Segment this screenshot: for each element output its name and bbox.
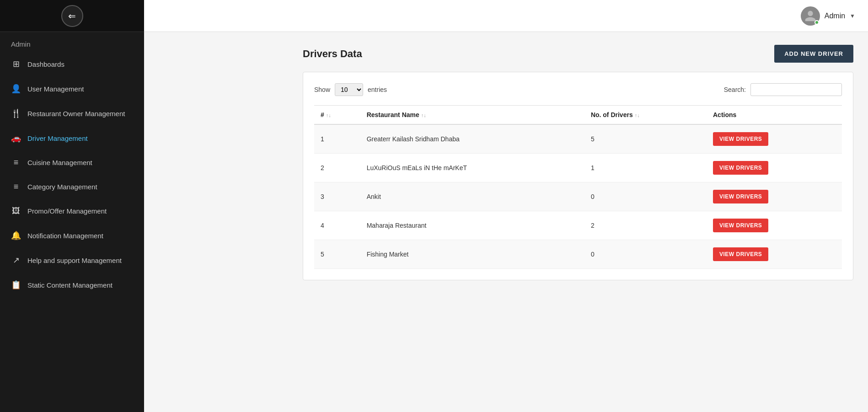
- sidebar-item-restaurant-owner-management[interactable]: 🍴 Restaurant Owner Management: [0, 101, 144, 126]
- table-row: 5 Fishing Market 0 VIEW DRIVERS: [314, 240, 842, 269]
- sidebar-item-label-notification-management: Notification Management: [27, 232, 103, 240]
- cell-num-4: 5: [314, 240, 360, 269]
- cell-restaurant-4: Fishing Market: [360, 240, 584, 269]
- admin-label: Admin: [0, 32, 144, 52]
- cell-num-2: 3: [314, 182, 360, 211]
- cell-actions-2: VIEW DRIVERS: [707, 182, 842, 211]
- sidebar-item-label-category-management: Category Management: [27, 183, 97, 191]
- notification-management-icon: 🔔: [11, 230, 21, 241]
- view-drivers-button-1[interactable]: VIEW DRIVERS: [713, 161, 768, 175]
- cell-num-1: 2: [314, 154, 360, 182]
- sidebar-item-label-driver-management: Driver Management: [27, 134, 88, 142]
- table-card: Show 102550100 entries Search: #↑↓Restau…: [303, 72, 853, 280]
- restaurant-owner-management-icon: 🍴: [11, 108, 21, 118]
- dropdown-arrow-icon: ▼: [850, 13, 855, 19]
- entries-label: entries: [368, 86, 387, 93]
- cell-actions-3: VIEW DRIVERS: [707, 211, 842, 240]
- search-label: Search:: [724, 86, 746, 93]
- table-head: #↑↓Restaurant Name↑↓No. of Drivers↑↓Acti…: [314, 106, 842, 125]
- sidebar-item-label-dashboards: Dashboards: [27, 60, 64, 68]
- admin-name: Admin: [825, 12, 845, 20]
- dashboards-icon: ⊞: [11, 59, 21, 69]
- page-header: Drivers Data ADD NEW DRIVER: [303, 45, 853, 63]
- cell-drivers-1: 1: [584, 154, 707, 182]
- search-wrap: Search:: [724, 83, 842, 96]
- show-label: Show: [314, 86, 330, 93]
- col-num: #↑↓: [314, 106, 360, 125]
- cell-restaurant-0: Greaterr Kailash Sridham Dhaba: [360, 124, 584, 154]
- cell-restaurant-3: Maharaja Restaurant: [360, 211, 584, 240]
- online-indicator: [814, 20, 819, 25]
- sort-icon-no_of_drivers[interactable]: ↑↓: [635, 112, 640, 118]
- sidebar-item-cuisine-management[interactable]: ≡ Cuisine Management: [0, 150, 144, 175]
- show-entries: Show 102550100 entries: [314, 83, 387, 96]
- add-new-driver-button[interactable]: ADD NEW DRIVER: [774, 45, 853, 63]
- back-button[interactable]: ⇐: [61, 5, 83, 27]
- help-support-management-icon: ↗: [11, 255, 21, 265]
- table-row: 2 LuXuRiOuS mEaLs iN tHe mArKeT 1 VIEW D…: [314, 154, 842, 182]
- sort-icon-restaurant_name[interactable]: ↑↓: [421, 112, 426, 118]
- view-drivers-button-3[interactable]: VIEW DRIVERS: [713, 219, 768, 232]
- category-management-icon: ≡: [11, 182, 21, 192]
- view-drivers-button-2[interactable]: VIEW DRIVERS: [713, 190, 768, 203]
- sidebar: ⇐ Admin ⊞ Dashboards 👤 User Management 🍴…: [0, 0, 144, 412]
- table-controls: Show 102550100 entries Search:: [314, 83, 842, 96]
- table-row: 3 Ankit 0 VIEW DRIVERS: [314, 182, 842, 211]
- nav-list: ⊞ Dashboards 👤 User Management 🍴 Restaur…: [0, 52, 144, 297]
- cuisine-management-icon: ≡: [11, 158, 21, 167]
- driver-management-icon: 🚗: [11, 133, 21, 143]
- cell-actions-4: VIEW DRIVERS: [707, 240, 842, 269]
- view-drivers-button-4[interactable]: VIEW DRIVERS: [713, 247, 768, 261]
- col-actions: Actions: [707, 106, 842, 125]
- view-drivers-button-0[interactable]: VIEW DRIVERS: [713, 132, 768, 146]
- search-input[interactable]: [750, 83, 842, 96]
- cell-num-0: 1: [314, 124, 360, 154]
- sidebar-item-static-content-management[interactable]: 📋 Static Content Management: [0, 273, 144, 297]
- table-header-row: #↑↓Restaurant Name↑↓No. of Drivers↑↓Acti…: [314, 106, 842, 125]
- sidebar-item-label-promo-offer-management: Promo/Offer Management: [27, 207, 107, 215]
- sidebar-item-notification-management[interactable]: 🔔 Notification Management: [0, 223, 144, 248]
- sidebar-item-label-user-management: User Management: [27, 85, 84, 93]
- table-body: 1 Greaterr Kailash Sridham Dhaba 5 VIEW …: [314, 124, 842, 269]
- cell-drivers-0: 5: [584, 124, 707, 154]
- cell-drivers-3: 2: [584, 211, 707, 240]
- user-menu[interactable]: Admin ▼: [801, 6, 855, 26]
- cell-drivers-2: 0: [584, 182, 707, 211]
- user-management-icon: 👤: [11, 84, 21, 94]
- sidebar-header: ⇐: [0, 0, 144, 32]
- table-row: 4 Maharaja Restaurant 2 VIEW DRIVERS: [314, 211, 842, 240]
- sidebar-item-driver-management[interactable]: 🚗 Driver Management: [0, 126, 144, 150]
- sidebar-item-label-cuisine-management: Cuisine Management: [27, 159, 92, 166]
- col-no_of_drivers: No. of Drivers↑↓: [584, 106, 707, 125]
- sidebar-item-help-support-management[interactable]: ↗ Help and support Management: [0, 248, 144, 273]
- col-restaurant_name: Restaurant Name↑↓: [360, 106, 584, 125]
- avatar-wrap: [801, 6, 820, 26]
- sidebar-item-label-help-support-management: Help and support Management: [27, 257, 122, 264]
- cell-drivers-4: 0: [584, 240, 707, 269]
- promo-offer-management-icon: 🖼: [11, 206, 21, 216]
- sidebar-item-user-management[interactable]: 👤 User Management: [0, 76, 144, 101]
- table-row: 1 Greaterr Kailash Sridham Dhaba 5 VIEW …: [314, 124, 842, 154]
- cell-restaurant-1: LuXuRiOuS mEaLs iN tHe mArKeT: [360, 154, 584, 182]
- sidebar-item-category-management[interactable]: ≡ Category Management: [0, 175, 144, 199]
- cell-restaurant-2: Ankit: [360, 182, 584, 211]
- sort-icon-num[interactable]: ↑↓: [326, 112, 331, 118]
- drivers-table: #↑↓Restaurant Name↑↓No. of Drivers↑↓Acti…: [314, 105, 842, 269]
- topbar: Admin ▼: [144, 0, 868, 32]
- cell-actions-0: VIEW DRIVERS: [707, 124, 842, 154]
- static-content-management-icon: 📋: [11, 280, 21, 290]
- cell-num-3: 4: [314, 211, 360, 240]
- sidebar-item-label-restaurant-owner-management: Restaurant Owner Management: [27, 110, 125, 118]
- main-content: Drivers Data ADD NEW DRIVER Show 1025501…: [288, 32, 868, 412]
- entries-select[interactable]: 102550100: [335, 83, 363, 96]
- cell-actions-1: VIEW DRIVERS: [707, 154, 842, 182]
- sidebar-item-label-static-content-management: Static Content Management: [27, 281, 113, 289]
- sidebar-item-dashboards[interactable]: ⊞ Dashboards: [0, 52, 144, 76]
- page-title: Drivers Data: [303, 48, 362, 60]
- sidebar-item-promo-offer-management[interactable]: 🖼 Promo/Offer Management: [0, 199, 144, 223]
